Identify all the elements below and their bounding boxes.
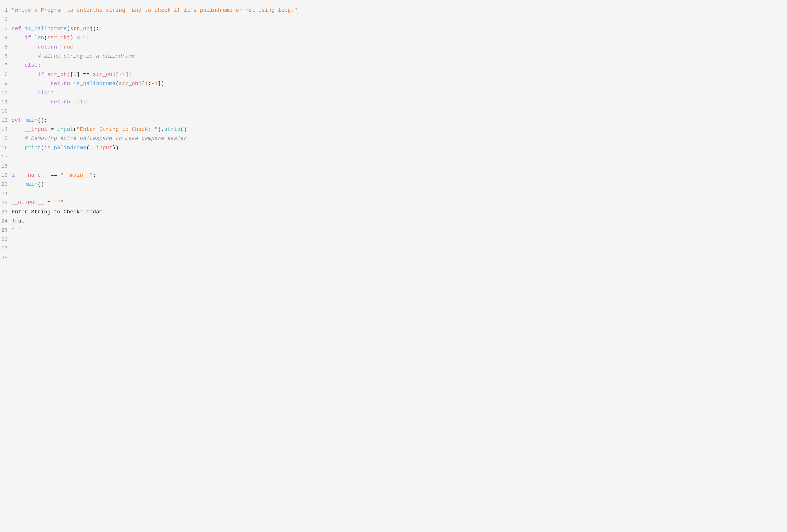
token-default: (: [86, 145, 89, 151]
token-dunder: __OUTPUT__: [12, 200, 44, 206]
token-output: Enter String to Check: madam: [12, 209, 102, 215]
token-default: :-: [148, 81, 155, 87]
token-default: [12, 99, 51, 105]
line-number: 20: [0, 180, 12, 189]
code-line: 19if __name__ == "__main__":: [0, 171, 787, 180]
code-line: 26: [0, 235, 787, 244]
line-number: 17: [0, 153, 12, 161]
token-default: [12, 135, 24, 142]
token-param: str_obj: [93, 71, 115, 78]
token-bool: False: [73, 99, 89, 105]
token-default: (: [41, 145, 44, 151]
line-number: 13: [0, 116, 12, 125]
token-dunder: __input: [24, 126, 47, 132]
code-line: 14 __input = input("Enter String to Chec…: [0, 125, 787, 134]
line-content: [12, 189, 15, 198]
line-number: 9: [0, 80, 12, 88]
line-content: [12, 235, 15, 243]
token-default: [12, 126, 24, 132]
line-content: "Write a Program to enterthe string and …: [12, 6, 297, 15]
line-number: 5: [0, 43, 12, 51]
token-dunder: __input: [89, 145, 112, 151]
line-number: 8: [0, 70, 12, 79]
code-line: 3def is_palindrome(str_obj):: [0, 24, 787, 33]
token-triple: """: [54, 200, 63, 206]
line-number: 26: [0, 235, 12, 243]
code-line: 9 return is_palindrome(str_obj[1:-1]): [0, 79, 787, 88]
line-content: def main():: [12, 116, 47, 125]
line-content: return is_palindrome(str_obj[1:-1]): [12, 80, 164, 88]
line-content: [12, 15, 15, 24]
line-number: 15: [0, 134, 12, 143]
token-keyword: if: [38, 71, 47, 78]
line-number: 18: [0, 162, 12, 170]
token-output: True: [12, 218, 24, 224]
token-default: (: [44, 35, 47, 41]
line-content: def is_palindrome(str_obj):: [12, 24, 99, 33]
token-default: ):: [93, 26, 99, 32]
token-string: "Write a Program to enterthe string and …: [12, 7, 297, 13]
token-funcname: is_palindrome: [44, 145, 86, 151]
token-comment: # blank string is a palindrome: [38, 53, 135, 59]
token-default: =: [44, 200, 54, 206]
line-content: main(): [12, 180, 44, 189]
line-number: 23: [0, 208, 12, 216]
token-funcname: main: [24, 181, 38, 187]
token-default: :: [51, 90, 54, 96]
token-keyword: return: [51, 99, 73, 105]
line-number: 24: [0, 217, 12, 225]
line-number: 7: [0, 61, 12, 69]
token-param: str_obj: [47, 71, 70, 78]
code-line: 11 return False: [0, 98, 787, 107]
code-line: 16 print(is_palindrome(__input)): [0, 143, 787, 152]
line-content: # Removing extra whitespace to make comp…: [12, 134, 187, 143]
code-line: 12: [0, 107, 787, 115]
line-number: 10: [0, 89, 12, 97]
code-line: 1"Write a Program to enterthe string and…: [0, 6, 787, 15]
token-param: str_obj: [70, 26, 93, 32]
token-default: ).: [158, 126, 164, 132]
line-number: 14: [0, 125, 12, 133]
token-funcname: is_palindrome: [24, 26, 67, 32]
token-builtin: strip: [164, 126, 180, 132]
token-string: "__main__": [60, 172, 93, 178]
code-line: 2: [0, 15, 787, 24]
line-number: 4: [0, 34, 12, 42]
line-content: return True: [12, 43, 73, 51]
line-number: 2: [0, 15, 12, 24]
code-line: 6 # blank string is a palindrome: [0, 51, 787, 61]
token-funcname: main: [24, 118, 38, 123]
token-default: (): [38, 181, 44, 187]
code-line: 4 if len(str_obj) < 1:: [0, 33, 787, 42]
code-editor: 1"Write a Program to enterthe string and…: [0, 4, 787, 264]
token-dunder: __name__: [21, 172, 47, 178]
code-line: 25""": [0, 226, 787, 235]
code-line: 17: [0, 152, 787, 162]
token-default: (: [73, 126, 77, 132]
line-number: 27: [0, 244, 12, 253]
line-content: True: [12, 217, 24, 225]
token-keyword: return: [38, 44, 60, 50]
line-number: 6: [0, 52, 12, 60]
line-content: print(is_palindrome(__input)): [12, 144, 119, 152]
token-default: [12, 90, 38, 96]
token-default: [: [70, 71, 73, 78]
token-default: ]): [158, 81, 164, 87]
line-content: __OUTPUT__ = """: [12, 198, 64, 207]
line-content: else:: [12, 89, 54, 97]
token-keyword: if: [12, 172, 21, 178]
code-line: 28: [0, 253, 787, 262]
token-param: str_obj: [119, 81, 142, 87]
token-triple: """: [12, 227, 21, 233]
token-default: ] ==: [77, 71, 93, 78]
line-number: 25: [0, 226, 12, 234]
line-number: 21: [0, 189, 12, 198]
line-content: else:: [12, 61, 41, 69]
line-number: 11: [0, 98, 12, 106]
token-funcname: is_palindrome: [73, 81, 115, 87]
token-keyword: return: [51, 81, 73, 87]
token-default: ]:: [125, 71, 132, 78]
code-line: 20 main(): [0, 180, 787, 189]
line-number: 3: [0, 24, 12, 33]
code-line: 21: [0, 189, 787, 198]
